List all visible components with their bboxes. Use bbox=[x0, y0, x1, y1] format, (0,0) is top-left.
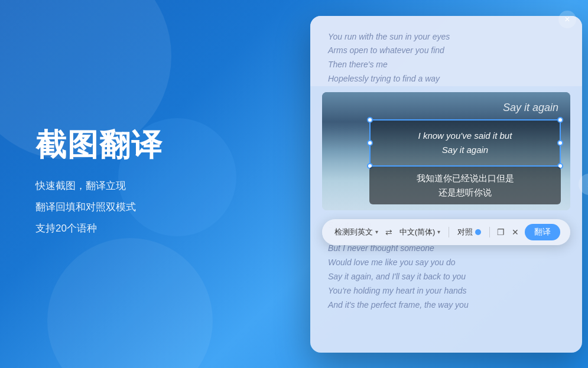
translate-button[interactable]: 翻译 bbox=[525, 224, 560, 240]
swap-button[interactable]: ⇄ bbox=[385, 227, 392, 237]
subtitle-line-2: 翻译回填和对照双模式 bbox=[35, 197, 225, 217]
translation-box: 我知道你已经说出口但是 还是想听你说 bbox=[369, 167, 561, 204]
selection-box: I know you've said it but Say it again bbox=[369, 119, 561, 167]
lyrics-area-below: But I never thought someone Would love m… bbox=[310, 232, 582, 321]
lyrics-line-2: Arms open to whatever you find bbox=[328, 44, 564, 58]
toolbar: 检测到英文 ▾ ⇄ 中文(简体) ▾ 对照 ❐ ✕ 翻译 bbox=[322, 219, 570, 245]
lyrics-below-3: Say it again, and I'll say it back to yo… bbox=[328, 270, 564, 284]
target-lang-chevron: ▾ bbox=[437, 229, 440, 235]
say-it-top-text: Say it again bbox=[503, 102, 558, 114]
toolbar-divider-1 bbox=[449, 227, 449, 237]
lyrics-line-4: Hopelessly trying to find a way bbox=[328, 72, 564, 86]
lyrics-below-2: Would love me like you say you do bbox=[328, 256, 564, 270]
subtitle-line-1: 快速截图，翻译立现 bbox=[35, 176, 225, 196]
handle-ml bbox=[367, 140, 373, 146]
lyrics-line-1: You run with the sun in your eyes bbox=[328, 30, 564, 44]
translation-line-1: 我知道你已经说出口但是 bbox=[376, 171, 554, 185]
contrast-label: 对照 bbox=[457, 227, 473, 237]
lyrics-below-4: You're holding my heart in your hands bbox=[328, 284, 564, 298]
contrast-btn[interactable]: 对照 bbox=[455, 226, 483, 239]
handle-mr bbox=[557, 140, 563, 146]
lyrics-area-above: You run with the sun in your eyes Arms o… bbox=[310, 16, 582, 86]
left-panel: 截图翻译 快速截图，翻译立现 翻译回填和对照双模式 支持20个语种 bbox=[0, 93, 248, 275]
main-container: × 截图翻译 快速截图，翻译立现 翻译回填和对照双模式 支持20个语种 You … bbox=[0, 0, 588, 368]
selected-text-line-2: Say it again bbox=[442, 143, 488, 157]
main-title: 截图翻译 bbox=[35, 128, 225, 162]
subtitle-line-3: 支持20个语种 bbox=[35, 219, 225, 239]
card: You run with the sun in your eyes Arms o… bbox=[310, 16, 582, 353]
lyrics-line-3: Then there's me bbox=[328, 58, 564, 72]
lyrics-below-5: And it's the perfect frame, the way you bbox=[328, 298, 564, 312]
detect-lang-label: 检测到英文 bbox=[334, 227, 373, 237]
target-lang-label: 中文(简体) bbox=[399, 227, 436, 237]
handle-tl bbox=[367, 117, 373, 123]
target-lang-btn[interactable]: 中文(简体) ▾ bbox=[397, 226, 443, 239]
translation-line-2: 还是想听你说 bbox=[376, 185, 554, 200]
subtitle: 快速截图，翻译立现 翻译回填和对照双模式 支持20个语种 bbox=[35, 176, 225, 239]
detect-lang-chevron: ▾ bbox=[375, 229, 378, 235]
toolbar-close-button[interactable]: ✕ bbox=[511, 226, 520, 238]
contrast-toggle-dot bbox=[475, 229, 481, 235]
close-icon: × bbox=[564, 14, 570, 25]
selected-text-line-1: I know you've said it but bbox=[418, 129, 512, 143]
right-panel: You run with the sun in your eyes Arms o… bbox=[304, 0, 588, 368]
copy-button[interactable]: ❐ bbox=[496, 226, 506, 238]
close-button[interactable]: × bbox=[558, 11, 576, 28]
screenshot-area: Say it again I know you've said it but S… bbox=[322, 92, 570, 210]
toolbar-divider-2 bbox=[489, 227, 490, 237]
handle-tr bbox=[557, 117, 563, 123]
detect-lang-btn[interactable]: 检测到英文 ▾ bbox=[332, 226, 381, 239]
